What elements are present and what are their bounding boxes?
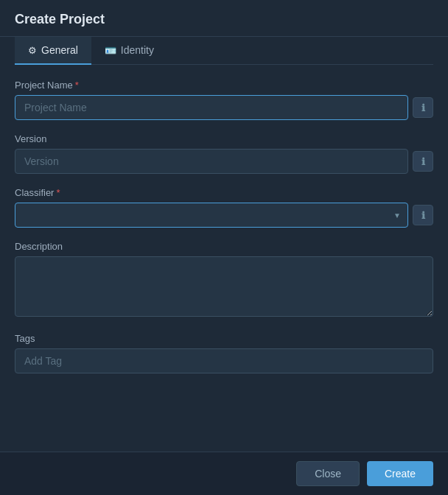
description-textarea[interactable]	[15, 256, 433, 317]
dialog-title: Create Project	[15, 12, 105, 27]
version-info-button[interactable]: ℹ	[413, 151, 433, 172]
create-project-dialog: Create Project ⚙ General 🪪 Identity Proj…	[0, 0, 448, 495]
project-name-input-wrapper: ℹ	[15, 95, 433, 120]
description-group: Description	[15, 241, 433, 320]
version-input[interactable]	[15, 149, 408, 174]
dialog-footer: Close Create	[0, 452, 448, 495]
classifier-info-button[interactable]: ℹ	[413, 205, 433, 225]
project-name-info-button[interactable]: ℹ	[413, 97, 433, 118]
classifier-label: Classifier*	[15, 187, 433, 198]
project-name-label: Project Name*	[15, 80, 433, 91]
project-name-input[interactable]	[15, 95, 408, 120]
tab-bar: ⚙ General 🪪 Identity	[15, 37, 433, 65]
tags-label: Tags	[15, 333, 433, 344]
classifier-input-wrapper: ▼ ℹ	[15, 203, 433, 228]
classifier-select-wrapper: ▼	[15, 203, 408, 228]
classifier-group: Classifier* ▼ ℹ	[15, 187, 433, 228]
tags-group: Tags	[15, 333, 433, 373]
create-button[interactable]: Create	[367, 461, 433, 486]
dialog-header: Create Project	[0, 0, 448, 37]
description-label: Description	[15, 241, 433, 252]
tags-input[interactable]	[15, 348, 433, 373]
version-input-wrapper: ℹ	[15, 149, 433, 174]
version-label: Version	[15, 133, 433, 144]
general-tab-icon: ⚙	[28, 45, 37, 56]
identity-tab-icon: 🪪	[105, 45, 116, 56]
dialog-body: ⚙ General 🪪 Identity Project Name* ℹ Ver…	[0, 37, 448, 452]
classifier-select[interactable]	[15, 203, 408, 228]
project-name-required: *	[75, 80, 79, 91]
project-name-group: Project Name* ℹ	[15, 80, 433, 120]
version-group: Version ℹ	[15, 133, 433, 174]
general-tab-label: General	[41, 44, 78, 56]
tab-identity[interactable]: 🪪 Identity	[91, 37, 167, 65]
close-button[interactable]: Close	[296, 461, 360, 486]
classifier-required: *	[56, 187, 60, 198]
tab-general[interactable]: ⚙ General	[15, 37, 91, 65]
identity-tab-label: Identity	[121, 44, 154, 56]
